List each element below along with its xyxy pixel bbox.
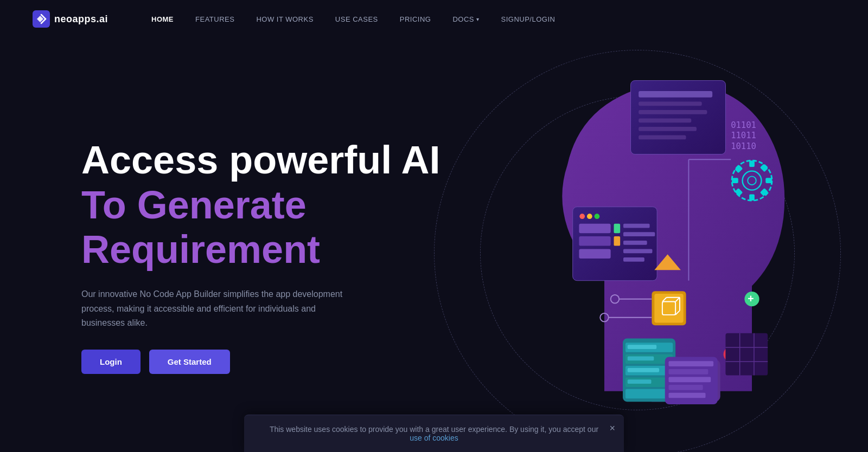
hero-title: Access powerful AI To Generate Requireme… — [81, 138, 461, 272]
svg-point-26 — [595, 214, 600, 219]
svg-rect-36 — [623, 257, 644, 262]
svg-rect-29 — [579, 249, 610, 258]
login-button[interactable]: Login — [81, 350, 141, 374]
hero-title-line2-prefix: To — [81, 183, 137, 227]
svg-rect-64 — [628, 379, 652, 384]
svg-text:+: + — [748, 293, 754, 305]
svg-rect-17 — [732, 178, 738, 183]
nav-how-it-works[interactable]: HOW IT WORKS — [256, 15, 313, 23]
svg-rect-33 — [623, 232, 655, 236]
chevron-down-icon: ▾ — [476, 16, 480, 22]
svg-rect-35 — [623, 249, 652, 253]
nav-pricing[interactable]: PRICING — [400, 15, 431, 23]
svg-rect-70 — [669, 385, 703, 390]
hero-section: Access powerful AI To Generate Requireme… — [0, 38, 868, 452]
logo-text: neoapps.ai — [54, 14, 108, 25]
hero-buttons: Login Get Started — [81, 350, 461, 374]
svg-text:11011: 11011 — [731, 131, 756, 140]
svg-rect-15 — [749, 160, 755, 167]
svg-rect-68 — [669, 369, 709, 374]
nav-signup-login[interactable]: SIGNUP/LOGIN — [501, 15, 556, 23]
svg-rect-28 — [579, 236, 610, 246]
svg-rect-62 — [628, 368, 659, 372]
svg-rect-34 — [623, 241, 647, 245]
svg-rect-18 — [765, 178, 772, 183]
nav-features[interactable]: FEATURES — [195, 15, 234, 23]
svg-rect-58 — [628, 345, 656, 349]
cookie-banner: This website uses cookies to provide you… — [244, 415, 624, 452]
logo-icon — [33, 10, 50, 28]
cookie-close-button[interactable]: × — [609, 423, 615, 434]
svg-rect-16 — [749, 194, 755, 201]
svg-rect-32 — [623, 224, 650, 228]
nav-links: HOME FEATURES HOW IT WORKS USE CASES PRI… — [151, 14, 555, 24]
svg-rect-67 — [669, 361, 714, 366]
navigation: neoapps.ai HOME FEATURES HOW IT WORKS US… — [0, 0, 868, 38]
hero-description: Our innovative No Code App Builder simpl… — [81, 287, 353, 330]
svg-rect-30 — [614, 224, 620, 233]
hero-title-line1: Access powerful AI — [81, 138, 461, 183]
svg-rect-60 — [628, 357, 654, 361]
hero-title-line2: To Generate — [81, 183, 461, 228]
nav-use-cases[interactable]: USE CASES — [335, 15, 378, 23]
ai-illustration: 01101 11011 10110 — [521, 54, 835, 423]
svg-text:10110: 10110 — [731, 141, 756, 151]
svg-rect-6 — [639, 119, 691, 123]
get-started-button[interactable]: Get Started — [149, 350, 230, 374]
nav-home[interactable]: HOME — [151, 15, 174, 23]
svg-point-25 — [587, 214, 592, 219]
logo-link[interactable]: neoapps.ai — [33, 10, 108, 28]
cookie-link[interactable]: use of cookies — [410, 434, 458, 442]
svg-point-24 — [579, 214, 585, 219]
svg-rect-3 — [639, 91, 712, 98]
hero-illustration: 01101 11011 10110 — [407, 27, 868, 452]
svg-rect-27 — [579, 224, 610, 233]
svg-rect-71 — [669, 393, 706, 398]
svg-rect-31 — [614, 236, 620, 246]
hero-content: Access powerful AI To Generate Requireme… — [81, 138, 461, 374]
svg-rect-8 — [639, 135, 686, 140]
nav-docs[interactable]: DOCS ▾ — [452, 15, 479, 23]
svg-rect-5 — [639, 110, 707, 114]
hero-title-line3: Requirement — [81, 227, 461, 272]
svg-rect-72 — [725, 333, 768, 376]
svg-rect-69 — [669, 377, 711, 382]
cookie-message: This website uses cookies to provide you… — [270, 425, 598, 434]
svg-rect-7 — [639, 127, 697, 131]
svg-text:01101: 01101 — [731, 120, 756, 130]
svg-rect-4 — [639, 101, 702, 106]
hero-title-highlight: Generate — [137, 183, 307, 227]
